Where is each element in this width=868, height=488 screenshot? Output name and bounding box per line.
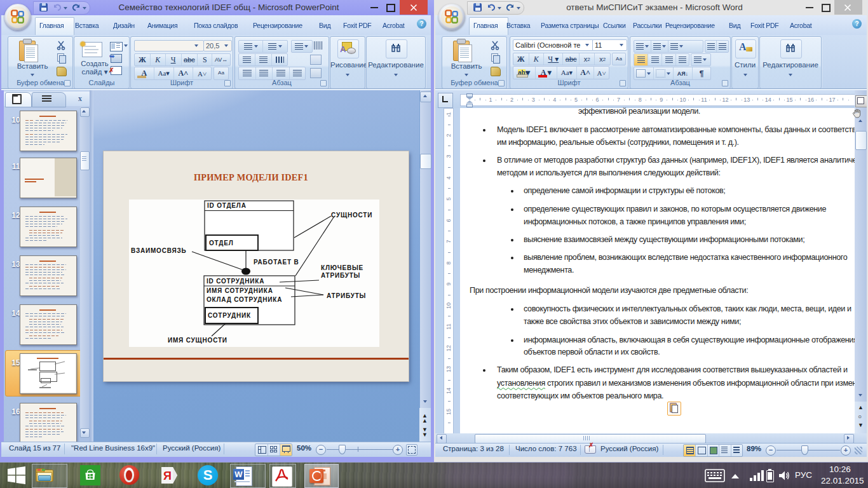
svg-text:ID СОТРУДНИКА: ID СОТРУДНИКА xyxy=(207,278,264,285)
svg-text:АТРИБУТЫ: АТРИБУТЫ xyxy=(327,292,366,299)
svg-text:Я: Я xyxy=(163,470,172,482)
svg-text:РАБОТАЕТ В: РАБОТАЕТ В xyxy=(254,259,299,266)
svg-text:СУЩНОСТИ: СУЩНОСТИ xyxy=(331,212,372,219)
svg-text:ВЗАИМОСВЯЗЬ: ВЗАИМОСВЯЗЬ xyxy=(131,247,187,254)
svg-text:СОТРУДНИК: СОТРУДНИК xyxy=(208,312,251,319)
svg-text:АТРИБУТЫ: АТРИБУТЫ xyxy=(321,272,360,279)
svg-text:ОКЛАД СОТРУДНИКА: ОКЛАД СОТРУДНИКА xyxy=(207,296,282,303)
svg-text:ИМЯ СОТРУДНИКА: ИМЯ СОТРУДНИКА xyxy=(207,287,273,294)
svg-text:ОТДЕЛ: ОТДЕЛ xyxy=(209,240,233,247)
svg-text:ИМЯ СУЩНОСТИ: ИМЯ СУЩНОСТИ xyxy=(168,337,227,344)
svg-text:ID ОТДЕЛА: ID ОТДЕЛА xyxy=(207,202,247,209)
svg-text:КЛЮЧЕВЫЕ: КЛЮЧЕВЫЕ xyxy=(321,264,363,271)
